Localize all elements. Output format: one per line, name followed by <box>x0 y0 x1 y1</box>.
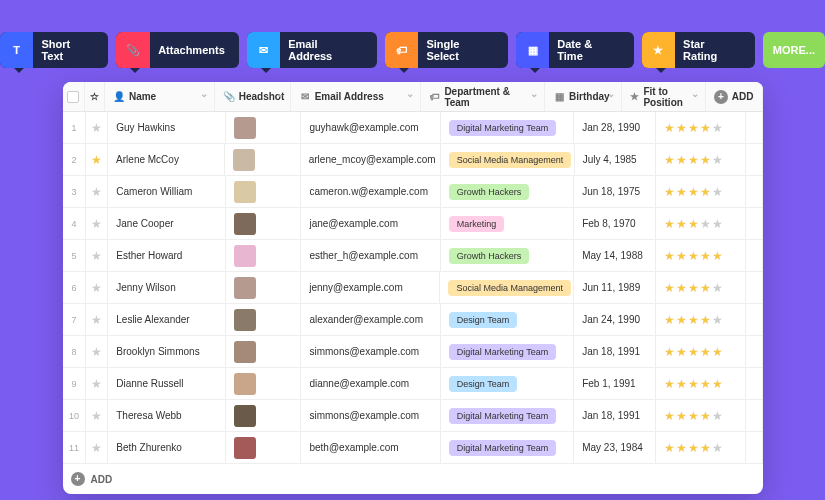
row-star-toggle[interactable]: ★ <box>86 368 108 399</box>
table-row[interactable]: 11 ★ Beth Zhurenko beth@example.com Digi… <box>63 432 763 464</box>
cell-department[interactable]: Design Team <box>441 368 574 399</box>
table-row[interactable]: 4 ★ Jane Cooper jane@example.com Marketi… <box>63 208 763 240</box>
cell-department[interactable]: Marketing <box>441 208 574 239</box>
cell-headshot[interactable] <box>225 144 300 175</box>
cell-birthday[interactable]: Jun 11, 1989 <box>574 272 656 303</box>
table-row[interactable]: 9 ★ Dianne Russell dianne@example.com De… <box>63 368 763 400</box>
cell-email[interactable]: alexander@example.com <box>301 304 440 335</box>
cell-fit-rating[interactable]: ★★★★★ <box>656 208 746 239</box>
cell-name[interactable]: Brooklyn Simmons <box>108 336 225 367</box>
cell-name[interactable]: Cameron William <box>108 176 225 207</box>
checkbox-icon[interactable] <box>67 91 79 103</box>
cell-headshot[interactable] <box>226 400 302 431</box>
column-header-department[interactable]: 🏷Department & Team <box>421 82 545 111</box>
cell-fit-rating[interactable]: ★★★★★ <box>656 432 746 463</box>
cell-email[interactable]: dianne@example.com <box>301 368 440 399</box>
column-header-birthday[interactable]: ▦Birthday <box>545 82 622 111</box>
cell-department[interactable]: Digital Marketing Team <box>441 432 574 463</box>
row-star-toggle[interactable]: ★ <box>86 208 108 239</box>
cell-headshot[interactable] <box>226 272 302 303</box>
cell-name[interactable]: Theresa Webb <box>108 400 225 431</box>
field-type-email-address[interactable]: ✉Email Address <box>247 32 377 68</box>
cell-department[interactable]: Growth Hackers <box>441 240 574 271</box>
cell-name[interactable]: Arlene McCoy <box>108 144 225 175</box>
cell-name[interactable]: Guy Hawkins <box>108 112 225 143</box>
cell-name[interactable]: Jenny Wilson <box>108 272 225 303</box>
add-column-button[interactable]: +ADD <box>706 82 763 111</box>
cell-fit-rating[interactable]: ★★★★★ <box>656 272 746 303</box>
cell-name[interactable]: Dianne Russell <box>108 368 225 399</box>
select-all-header[interactable] <box>63 82 85 111</box>
cell-birthday[interactable]: Jun 18, 1975 <box>574 176 656 207</box>
cell-email[interactable]: cameron.w@example.com <box>301 176 440 207</box>
row-star-toggle[interactable]: ★ <box>86 112 108 143</box>
row-star-toggle[interactable]: ★ <box>86 240 108 271</box>
cell-email[interactable]: jenny@example.com <box>301 272 440 303</box>
row-star-toggle[interactable]: ★ <box>86 336 108 367</box>
field-type-single-select[interactable]: 🏷Single Select <box>385 32 508 68</box>
cell-fit-rating[interactable]: ★★★★★ <box>656 176 746 207</box>
field-type-attachments[interactable]: 📎Attachments <box>116 32 239 68</box>
cell-headshot[interactable] <box>226 112 302 143</box>
cell-birthday[interactable]: Jan 18, 1991 <box>574 400 656 431</box>
cell-birthday[interactable]: Feb 8, 1970 <box>574 208 656 239</box>
column-header-headshot[interactable]: 📎Headshot <box>215 82 291 111</box>
table-row[interactable]: 5 ★ Esther Howard esther_h@example.com G… <box>63 240 763 272</box>
cell-birthday[interactable]: Jan 28, 1990 <box>574 112 656 143</box>
cell-headshot[interactable] <box>226 208 302 239</box>
cell-birthday[interactable]: Feb 1, 1991 <box>574 368 656 399</box>
row-star-toggle[interactable]: ★ <box>86 144 108 175</box>
cell-email[interactable]: esther_h@example.com <box>301 240 440 271</box>
row-star-toggle[interactable]: ★ <box>86 272 108 303</box>
cell-department[interactable]: Digital Marketing Team <box>441 400 574 431</box>
cell-headshot[interactable] <box>226 432 302 463</box>
table-row[interactable]: 2 ★ Arlene McCoy arlene_mcoy@example.com… <box>63 144 763 176</box>
add-row-button[interactable]: + ADD <box>63 464 763 494</box>
cell-email[interactable]: guyhawk@example.com <box>301 112 440 143</box>
cell-department[interactable]: Social Media Management <box>441 144 575 175</box>
cell-headshot[interactable] <box>226 368 302 399</box>
cell-department[interactable]: Growth Hackers <box>441 176 574 207</box>
table-row[interactable]: 8 ★ Brooklyn Simmons simmons@example.com… <box>63 336 763 368</box>
row-star-toggle[interactable]: ★ <box>86 304 108 335</box>
cell-birthday[interactable]: May 23, 1984 <box>574 432 656 463</box>
cell-headshot[interactable] <box>226 240 302 271</box>
table-row[interactable]: 7 ★ Leslie Alexander alexander@example.c… <box>63 304 763 336</box>
cell-email[interactable]: jane@example.com <box>301 208 440 239</box>
cell-headshot[interactable] <box>226 336 302 367</box>
cell-department[interactable]: Digital Marketing Team <box>441 336 574 367</box>
cell-birthday[interactable]: Jan 18, 1991 <box>574 336 656 367</box>
cell-name[interactable]: Esther Howard <box>108 240 225 271</box>
table-row[interactable]: 3 ★ Cameron William cameron.w@example.co… <box>63 176 763 208</box>
field-type-date-&-time[interactable]: ▦Date & Time <box>516 32 634 68</box>
field-type-short-text[interactable]: TShort Text <box>0 32 108 68</box>
cell-birthday[interactable]: July 4, 1985 <box>575 144 656 175</box>
cell-birthday[interactable]: May 14, 1988 <box>574 240 656 271</box>
row-star-toggle[interactable]: ★ <box>86 400 108 431</box>
cell-fit-rating[interactable]: ★★★★★ <box>656 400 746 431</box>
row-star-toggle[interactable]: ★ <box>86 176 108 207</box>
field-type-star-rating[interactable]: ★Star Rating <box>642 32 755 68</box>
cell-department[interactable]: Design Team <box>441 304 574 335</box>
cell-department[interactable]: Digital Marketing Team <box>441 112 574 143</box>
row-star-toggle[interactable]: ★ <box>86 432 108 463</box>
cell-headshot[interactable] <box>226 304 302 335</box>
cell-fit-rating[interactable]: ★★★★★ <box>656 112 746 143</box>
cell-birthday[interactable]: Jan 24, 1990 <box>574 304 656 335</box>
cell-email[interactable]: beth@example.com <box>301 432 440 463</box>
cell-email[interactable]: arlene_mcoy@example.com <box>301 144 441 175</box>
cell-name[interactable]: Jane Cooper <box>108 208 225 239</box>
table-row[interactable]: 10 ★ Theresa Webb simmons@example.com Di… <box>63 400 763 432</box>
cell-fit-rating[interactable]: ★★★★★ <box>656 240 746 271</box>
cell-fit-rating[interactable]: ★★★★★ <box>656 144 745 175</box>
table-row[interactable]: 1 ★ Guy Hawkins guyhawk@example.com Digi… <box>63 112 763 144</box>
table-row[interactable]: 6 ★ Jenny Wilson jenny@example.com Socia… <box>63 272 763 304</box>
cell-email[interactable]: simmons@example.com <box>301 336 440 367</box>
cell-fit-rating[interactable]: ★★★★★ <box>656 304 746 335</box>
cell-headshot[interactable] <box>226 176 302 207</box>
cell-department[interactable]: Social Media Management <box>440 272 574 303</box>
more-field-types-button[interactable]: MORE... <box>763 32 825 68</box>
column-header-name[interactable]: 👤Name <box>105 82 215 111</box>
cell-fit-rating[interactable]: ★★★★★ <box>656 368 746 399</box>
cell-name[interactable]: Leslie Alexander <box>108 304 225 335</box>
